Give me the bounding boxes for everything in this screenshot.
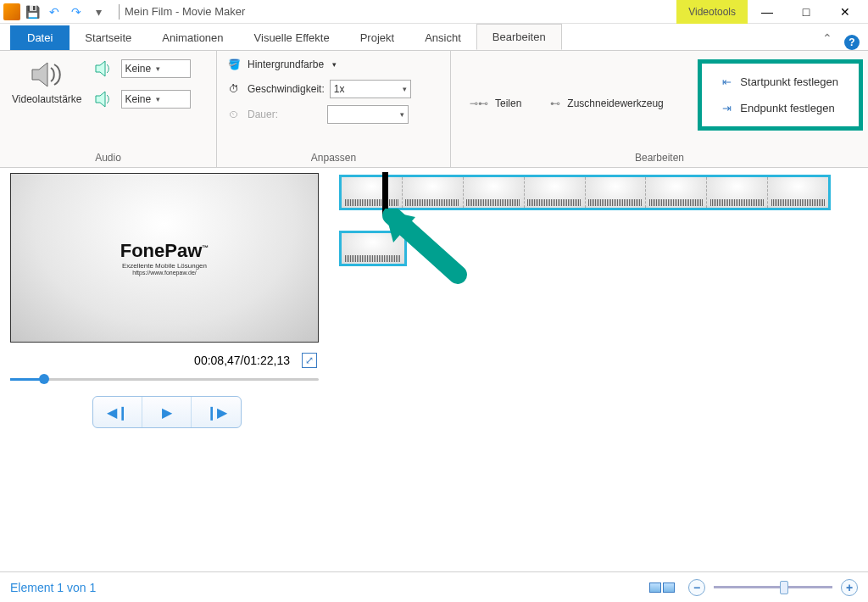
zoom-slider[interactable] [714,586,832,588]
tab-datei[interactable]: Datei [10,25,70,50]
ribbon-tabs: Datei Startseite Animationen Visuelle Ef… [0,24,868,51]
window-controls: — □ ✕ [748,0,865,24]
fadein-icon [94,59,116,78]
title-bar: 💾 ↶ ↷ ▾ Mein Film - Movie Maker Videotoo… [0,0,868,24]
tab-ansicht[interactable]: Ansicht [409,25,476,50]
clip-frame [342,177,403,208]
fadeout-value: Keine [125,93,152,105]
videolautstaerke-button[interactable]: Videolautstärke [8,56,86,109]
fadeout-combo[interactable]: Keine ▾ [121,90,191,109]
window-title: Mein Film - Movie Maker [125,5,676,18]
clip-frame [464,177,525,208]
geschwindigkeit-value: 1x [334,83,345,95]
timeline-panel[interactable] [331,168,868,532]
seek-slider[interactable] [10,378,319,381]
geschwindigkeit-label: Geschwindigkeit: [248,83,325,95]
preview-canvas[interactable]: FonePaw™ Exzellente Mobile Lösungen http… [10,173,319,343]
fadein-value: Keine [125,63,152,75]
preview-time: 00:08,47/01:22,13 [194,354,290,367]
status-bar: Element 1 von 1 − + [0,571,868,602]
seek-fill [10,378,42,381]
preview-panel: FonePaw™ Exzellente Mobile Lösungen http… [0,168,331,532]
group-label-bearbeiten: Bearbeiten [459,150,860,165]
timeline-clip-sub[interactable] [339,231,407,266]
caret-icon: ▾ [332,60,337,69]
preview-logo-main: FonePaw™ [120,240,209,262]
clip-frame [768,177,828,208]
play-button[interactable]: ▶ [142,397,192,427]
hintergrundfarbe-button[interactable]: 🪣 Hintergrundfarbe ▾ [225,56,337,73]
help-button[interactable]: ? [844,35,860,50]
teilen-button[interactable]: ⊸⊷ Teilen [459,91,531,116]
thumbnails-view-icon[interactable] [649,582,675,593]
group-label-anpassen: Anpassen [225,150,442,165]
clip-frame [586,177,647,208]
ribbon-group-anpassen: 🪣 Hintergrundfarbe ▾ ⏱ Geschwindigkeit: … [217,51,451,167]
minimize-button[interactable]: — [748,0,787,24]
dauer-label: Dauer: [248,109,278,120]
status-text: Element 1 von 1 [10,581,649,594]
save-icon[interactable]: 💾 [24,3,41,20]
paint-bucket-icon: 🪣 [225,56,242,73]
videolautstaerke-label: Videolautstärke [12,93,82,105]
qat-dropdown-icon[interactable]: ▾ [90,3,107,20]
ribbon-collapse-icon[interactable]: ⌃ [810,26,844,50]
hintergrundfarbe-label: Hintergrundfarbe [248,59,324,70]
undo-icon[interactable]: ↶ [46,3,63,20]
set-end-icon: ⇥ [722,102,732,114]
trim-icon: ⊷ [550,98,560,109]
clip-frame [342,233,404,264]
zoom-in-button[interactable]: + [841,579,858,596]
playhead[interactable] [382,172,388,216]
clip-frame [707,177,768,208]
clip-frame [646,177,707,208]
preview-logo-url: https://www.fonepaw.de/ [132,270,197,276]
startpunkt-label: Startpunkt festlegen [740,75,838,88]
playback-controls: ◀❙ ▶ ❙▶ [10,396,324,428]
prev-frame-button[interactable]: ◀❙ [93,397,142,427]
seek-track [10,378,319,381]
next-frame-button[interactable]: ❙▶ [192,397,241,427]
redo-icon[interactable]: ↷ [68,3,85,20]
zoom-thumb[interactable] [780,581,788,594]
title-divider [119,4,120,20]
dauer-combo: ▾ [327,105,409,124]
endpunkt-button[interactable]: ⇥ Endpunkt festlegen [722,102,838,114]
tab-visuelle-effekte[interactable]: Visuelle Effekte [239,25,345,50]
ribbon-group-audio: Videolautstärke Keine ▾ Keine ▾ [0,51,217,167]
maximize-button[interactable]: □ [787,0,826,24]
tab-bearbeiten[interactable]: Bearbeiten [476,24,562,50]
tab-projekt[interactable]: Projekt [345,25,409,50]
clip-frame [525,177,586,208]
speaker-icon [29,59,64,90]
tab-animationen[interactable]: Animationen [147,25,238,50]
fullscreen-icon[interactable]: ⤢ [302,353,317,368]
ribbon: Videolautstärke Keine ▾ Keine ▾ [0,51,868,168]
endpunkt-label: Endpunkt festlegen [740,102,834,114]
zoom-control: − + [688,579,858,596]
fadein-combo[interactable]: Keine ▾ [121,59,191,78]
setpoint-highlight-panel: ⇤ Startpunkt festlegen ⇥ Endpunkt festle… [698,59,863,131]
geschwindigkeit-combo[interactable]: 1x ▾ [330,80,411,98]
preview-logo-sub: Exzellente Mobile Lösungen [122,262,207,270]
teilen-label: Teilen [495,98,521,109]
caret-icon: ▾ [403,85,407,93]
zoom-out-button[interactable]: − [688,579,705,596]
caret-icon: ▾ [156,95,160,103]
zuschneidewerkzeug-label: Zuschneidewerkzeug [567,98,663,109]
split-icon: ⊸⊷ [470,98,488,109]
app-icon [3,3,20,20]
contextual-tab-label: Videotools [676,0,748,24]
speed-icon: ⏱ [225,81,242,98]
tab-startseite[interactable]: Startseite [70,25,147,50]
timeline-clip-main[interactable] [339,175,831,210]
caret-icon: ▾ [156,64,160,73]
quick-access-toolbar: 💾 ↶ ↷ ▾ [24,3,114,20]
set-start-icon: ⇤ [722,75,732,88]
startpunkt-button[interactable]: ⇤ Startpunkt festlegen [722,75,838,88]
clip-frame [403,177,464,208]
workspace: FonePaw™ Exzellente Mobile Lösungen http… [0,168,868,532]
zuschneidewerkzeug-button[interactable]: ⊷ Zuschneidewerkzeug [540,91,673,116]
seek-thumb[interactable] [39,374,49,384]
close-button[interactable]: ✕ [826,0,865,24]
